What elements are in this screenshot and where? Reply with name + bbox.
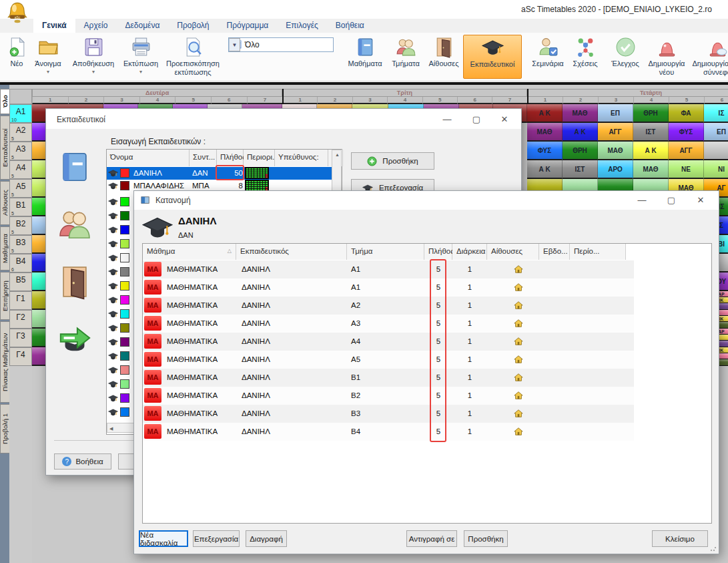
- row-header-A2[interactable]: A25: [9, 123, 32, 142]
- row-header-Γ3[interactable]: Γ3: [9, 329, 32, 347]
- minimize-icon[interactable]: —: [632, 195, 652, 205]
- ribbon-button-book[interactable]: Μαθήματα: [343, 35, 387, 68]
- timetable-cell[interactable]: ΜΑΘ: [633, 160, 669, 179]
- ribbon-button-open-folder[interactable]: Άνοιγμα▾: [29, 35, 67, 75]
- ribbon-button-print-preview[interactable]: Προεπισκόπηση εκτύπωσης: [161, 35, 224, 76]
- row-header-B4[interactable]: B46: [9, 254, 32, 272]
- next-step-arrow-icon[interactable]: [57, 321, 93, 357]
- ribbon-button-molecule[interactable]: Σχέσεις: [569, 35, 602, 68]
- timetable-cell[interactable]: ΘΡΗ: [563, 142, 598, 160]
- lesson-row[interactable]: MAΜΑΘΗΜΑΤΙΚΑΔΑΝΙΗΛA151: [143, 278, 634, 297]
- lesson-row[interactable]: MAΜΑΘΗΜΑΤΙΚΑΔΑΝΙΗΛB251: [143, 387, 634, 405]
- row-header-B3[interactable]: B35: [9, 235, 32, 254]
- dropdown-arrow-icon[interactable]: ▾: [92, 69, 95, 75]
- side-tab-Όλο[interactable]: Όλο: [0, 89, 9, 114]
- row-header-B1[interactable]: B15: [9, 198, 32, 216]
- dialog-button-Αντιγραφή σε[interactable]: Αντιγραφή σε: [406, 530, 457, 547]
- dropdown-arrow-icon[interactable]: ▾: [139, 69, 142, 75]
- ribbon-button-siren-cloud[interactable]: Δημιουργία στο σύννεφο: [690, 35, 728, 76]
- timetable-cell[interactable]: ΙΣΤ: [633, 123, 669, 142]
- column-header-Πλήθος[interactable]: Πλήθος: [424, 244, 452, 260]
- add-teacher-button[interactable]: Προσθήκη: [351, 152, 434, 170]
- column-header-Υπεύθυνος:[interactable]: Υπεύθυνος:: [275, 150, 328, 166]
- row-header-Γ1[interactable]: Γ1: [9, 291, 32, 310]
- side-tab-Επιτήρηση[interactable]: Επιτήρηση: [0, 272, 9, 320]
- lesson-row[interactable]: MAΜΑΘΗΜΑΤΙΚΑΔΑΝΙΗΛB351: [143, 405, 634, 423]
- help-button[interactable]: ? Βοήθεια: [54, 453, 111, 470]
- timetable-cell[interactable]: ΙΣ: [704, 104, 728, 123]
- lesson-row[interactable]: MAΜΑΘΗΜΑΤΙΚΑΔΑΝΙΗΛB151: [143, 369, 634, 387]
- timetable-cell[interactable]: ΦΑ: [669, 104, 704, 123]
- timetable-cell[interactable]: ΘΡΗ: [633, 104, 669, 123]
- chevron-down-icon[interactable]: ▼: [229, 38, 240, 51]
- lesson-row[interactable]: MAΜΑΘΗΜΑΤΙΚΑΔΑΝΙΗΛA351: [143, 315, 634, 333]
- dialog-button-Επεξεργασία[interactable]: Επεξεργασία: [193, 530, 240, 547]
- column-header-Πλήθος[interactable]: Πλήθος: [217, 150, 244, 166]
- timetable-cell[interactable]: ΦΥΣ: [669, 123, 704, 142]
- timetable-cell[interactable]: Α Κ: [563, 123, 598, 142]
- side-tab-Αίθουσες[interactable]: Αίθουσες: [0, 181, 9, 225]
- ribbon-button-check-badge[interactable]: Έλεγχος: [607, 35, 643, 68]
- ribbon-button-grad-cap[interactable]: Εκπαιδευτικοί: [463, 35, 522, 79]
- row-header-B5[interactable]: B5: [9, 272, 32, 291]
- lesson-row[interactable]: MAΜΑΘΗΜΑΤΙΚΑΔΑΝΙΗΛB451: [143, 423, 634, 441]
- subjects-book-icon[interactable]: [57, 149, 93, 185]
- timetable-cell[interactable]: ΕΠ: [704, 123, 728, 142]
- ribbon-button-students[interactable]: Τμήματα: [387, 35, 424, 68]
- close-icon[interactable]: ✕: [494, 114, 514, 124]
- menu-tab-Δεδομένα[interactable]: Δεδομένα: [116, 19, 168, 33]
- close-icon[interactable]: ✕: [691, 195, 711, 205]
- minimize-icon[interactable]: —: [437, 114, 457, 124]
- lesson-row[interactable]: MAΜΑΘΗΜΑΤΙΚΑΔΑΝΙΗΛA251: [143, 297, 634, 315]
- menu-tab-Προβολή[interactable]: Προβολή: [168, 19, 218, 33]
- dialog-button-Διαγραφή[interactable]: Διαγραφή: [246, 530, 287, 547]
- menu-tab-Επιλογές[interactable]: Επιλογές: [277, 19, 327, 33]
- side-tab-Εκπαιδευτικοί[interactable]: Εκπαιδευτικοί: [0, 116, 9, 180]
- column-header-Μάθημα[interactable]: Μάθημα△: [143, 244, 236, 260]
- column-header-Όνομα[interactable]: Όνομα: [107, 150, 190, 166]
- dialog-button-Νέα διδασκαλία[interactable]: Νέα διδασκαλία: [139, 530, 188, 547]
- menu-tab-Βοήθεια[interactable]: Βοήθεια: [327, 19, 373, 33]
- ribbon-button-new-file[interactable]: Νέο: [4, 35, 29, 68]
- classrooms-door-icon[interactable]: [57, 264, 93, 300]
- row-header-B2[interactable]: B25: [9, 216, 32, 235]
- lesson-row[interactable]: MAΜΑΘΗΜΑΤΙΚΑΔΑΝΙΗΛA551: [143, 351, 634, 369]
- teachers-dialog-titlebar[interactable]: Εκπαιδευτικοί — ▢ ✕: [46, 109, 521, 129]
- timetable-cell[interactable]: ΑΡΟ: [598, 160, 633, 179]
- dropdown-arrow-icon[interactable]: ▾: [47, 69, 49, 75]
- view-selector-combo[interactable]: Όλο▼: [228, 37, 334, 52]
- ribbon-button-printer[interactable]: Εκτύπωση▾: [120, 35, 161, 75]
- ribbon-button-door[interactable]: Αίθουσες: [424, 35, 463, 68]
- distribution-dialog-titlebar[interactable]: Κατανομή — ▢ ✕: [134, 191, 719, 210]
- dialog-button-Κλείσιμο[interactable]: Κλείσιμο: [652, 530, 708, 547]
- timetable-cell[interactable]: ΦΥΣ: [527, 142, 563, 160]
- column-header-Αίθουσες[interactable]: Αίθουσες: [487, 244, 539, 260]
- timetable-cell[interactable]: ΝΙ: [704, 160, 728, 179]
- row-header-A4[interactable]: A45: [9, 160, 32, 179]
- side-tab-Πίνακας Μαθημάτων[interactable]: Πίνακας Μαθημάτων: [0, 321, 9, 403]
- classes-people-icon[interactable]: [57, 206, 93, 242]
- timetable-cell[interactable]: [704, 142, 728, 160]
- scroll-left-icon[interactable]: ◀: [109, 426, 113, 431]
- timetable-cell[interactable]: ΜΑΘ: [598, 142, 633, 160]
- timetable-cell[interactable]: Α Κ: [527, 104, 563, 123]
- timetable-cell[interactable]: ΙΣΤ: [563, 160, 598, 179]
- ribbon-button-person-check[interactable]: Σεμινάρια: [527, 35, 569, 68]
- ribbon-button-siren[interactable]: Δημιουργία νέου: [643, 35, 690, 76]
- row-header-Γ4[interactable]: Γ4: [9, 347, 32, 366]
- asc-bell-icon[interactable]: aSc: [5, 1, 29, 25]
- column-header-Εκπαιδευτικός[interactable]: Εκπαιδευτικός: [236, 244, 347, 260]
- timetable-cell[interactable]: ΝΕ: [669, 160, 704, 179]
- side-tab-Προβολή 1[interactable]: Προβολή 1: [0, 404, 9, 453]
- row-header-Γ2[interactable]: Γ2: [9, 310, 32, 329]
- maximize-icon[interactable]: ▢: [661, 195, 681, 205]
- timetable-cell[interactable]: Α Κ: [633, 142, 669, 160]
- lesson-row[interactable]: MAΜΑΘΗΜΑΤΙΚΑΔΑΝΙΗΛA451: [143, 333, 634, 351]
- timetable-cell[interactable]: ΜΑΘ: [527, 123, 563, 142]
- menu-tab-Αρχείο[interactable]: Αρχείο: [75, 19, 117, 33]
- maximize-icon[interactable]: ▢: [466, 114, 486, 124]
- side-tab-Μαθήματα[interactable]: Μαθήματα: [0, 226, 9, 270]
- timetable-cell[interactable]: ΕΠ: [598, 104, 633, 123]
- row-header-A3[interactable]: A35: [9, 142, 32, 160]
- menu-tab-Γενικά[interactable]: Γενικά: [33, 19, 75, 33]
